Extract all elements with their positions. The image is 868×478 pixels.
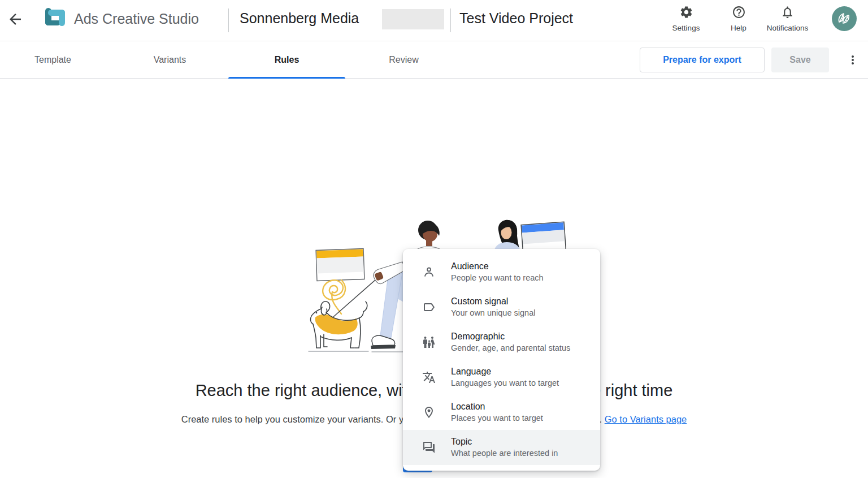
go-to-variants-link[interactable]: Go to Variants page bbox=[605, 414, 687, 424]
header-divider bbox=[228, 8, 229, 32]
tab-review[interactable]: Review bbox=[345, 41, 462, 79]
menu-item-subtitle: Places you want to target bbox=[451, 412, 543, 424]
help-button[interactable]: Help bbox=[725, 5, 752, 32]
header-divider bbox=[450, 8, 451, 32]
menu-item-custom-signal[interactable]: Custom signal Your own unique signal bbox=[403, 290, 600, 325]
menu-item-title: Custom signal bbox=[451, 296, 535, 307]
account-avatar[interactable] bbox=[832, 6, 857, 31]
menu-item-subtitle: What people are interested in bbox=[451, 447, 558, 459]
family-icon bbox=[422, 335, 436, 349]
menu-item-subtitle: People you want to reach bbox=[451, 272, 544, 283]
prepare-for-export-button[interactable]: Prepare for export bbox=[640, 48, 765, 72]
location-pin-icon bbox=[422, 406, 436, 419]
tab-variants[interactable]: Variants bbox=[111, 41, 228, 79]
project-title: Test Video Project bbox=[459, 10, 573, 27]
settings-label: Settings bbox=[672, 24, 700, 32]
menu-item-title: Language bbox=[451, 366, 559, 377]
menu-item-subtitle: Gender, age, and parental status bbox=[451, 342, 570, 354]
redacted-text-block bbox=[382, 9, 444, 29]
bell-icon bbox=[780, 5, 795, 21]
app-header: Ads Creative Studio Sonnenberg Media Tes… bbox=[0, 0, 868, 41]
back-arrow-icon[interactable] bbox=[7, 11, 24, 28]
menu-item-title: Demographic bbox=[451, 331, 570, 342]
menu-item-title: Location bbox=[451, 401, 543, 412]
rules-empty-state: Reach the right audience, with the right… bbox=[0, 79, 868, 478]
menu-item-title: Audience bbox=[451, 261, 544, 272]
menu-item-subtitle: Languages you want to target bbox=[451, 377, 559, 389]
notifications-label: Notifications bbox=[767, 24, 809, 32]
person-icon bbox=[422, 265, 436, 279]
save-button[interactable]: Save bbox=[771, 48, 829, 72]
menu-item-title: Topic bbox=[451, 436, 558, 447]
tab-bar: Template Variants Rules Review Prepare f… bbox=[0, 41, 868, 79]
rule-type-menu: Audience People you want to reach Custom… bbox=[403, 249, 600, 471]
gear-icon bbox=[679, 5, 693, 21]
menu-item-language[interactable]: Language Languages you want to target bbox=[403, 360, 600, 395]
menu-item-location[interactable]: Location Places you want to target bbox=[403, 395, 600, 430]
menu-item-topic[interactable]: Topic What people are interested in bbox=[403, 430, 600, 465]
label-icon bbox=[422, 300, 436, 314]
app-name: Ads Creative Studio bbox=[74, 11, 199, 27]
ads-creative-studio-logo-icon bbox=[41, 5, 68, 32]
chat-bubbles-icon bbox=[422, 441, 436, 454]
yellow-browser-card bbox=[316, 249, 364, 281]
settings-button[interactable]: Settings bbox=[669, 5, 704, 32]
notifications-button[interactable]: Notifications bbox=[760, 5, 815, 32]
menu-item-subtitle: Your own unique signal bbox=[451, 307, 535, 318]
translate-icon bbox=[422, 371, 436, 384]
account-name: Sonnenberg Media bbox=[240, 10, 359, 27]
more-options-kebab-icon[interactable] bbox=[844, 48, 861, 72]
menu-item-demographic[interactable]: Demographic Gender, age, and parental st… bbox=[403, 325, 600, 360]
menu-item-audience[interactable]: Audience People you want to reach bbox=[403, 255, 600, 290]
tab-template[interactable]: Template bbox=[0, 41, 111, 79]
tab-rules[interactable]: Rules bbox=[228, 41, 345, 79]
help-icon bbox=[732, 5, 746, 21]
help-label: Help bbox=[731, 24, 747, 32]
